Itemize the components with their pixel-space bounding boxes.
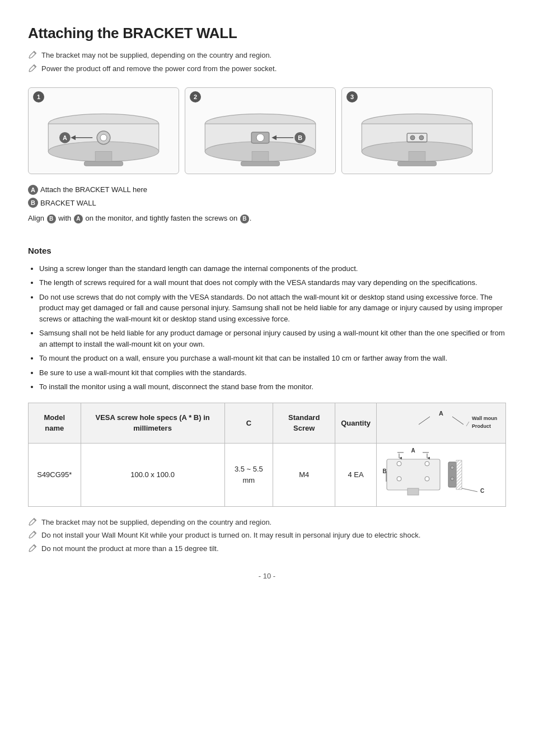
annotations: A Attach the BRACKET WALL here B BRACKET… bbox=[28, 184, 506, 208]
inline-b-1: B bbox=[47, 214, 56, 223]
svg-rect-34 bbox=[387, 459, 440, 490]
svg-line-30 bbox=[452, 417, 463, 424]
table-row-1: S49CG95* 100.0 x 100.0 3.5 ~ 5.5 mm M4 4… bbox=[29, 444, 506, 507]
align-text: Align B with A on the monitor, and tight… bbox=[28, 213, 506, 224]
note-3: Do not use screws that do not comply wit… bbox=[39, 292, 506, 325]
note-6: Be sure to use a wall-mount kit that com… bbox=[39, 367, 506, 379]
cell-qty: 4 EA bbox=[335, 444, 377, 507]
svg-point-37 bbox=[425, 461, 429, 466]
cell-screw: M4 bbox=[273, 444, 335, 507]
svg-point-39 bbox=[425, 477, 429, 481]
step-3-box: 3 bbox=[341, 87, 493, 174]
note-1: Using a screw longer than the standard l… bbox=[39, 263, 506, 274]
cell-diagram: A B C bbox=[377, 444, 506, 507]
annotation-a: A Attach the BRACKET WALL here bbox=[28, 184, 506, 195]
table-diagram-header: A Wall mount bracket Product bbox=[385, 408, 497, 436]
col-qty: Quantity bbox=[335, 403, 377, 444]
svg-point-48 bbox=[451, 466, 454, 469]
col-c: C bbox=[224, 403, 273, 444]
page-title: Attaching the BRACKET WALL bbox=[28, 22, 506, 44]
intro-bullet-2: Power the product off and remove the pow… bbox=[28, 63, 506, 74]
svg-rect-50 bbox=[456, 460, 462, 489]
svg-line-52 bbox=[462, 488, 477, 492]
notes-title: Notes bbox=[28, 245, 506, 258]
label-b-circle: B bbox=[28, 198, 38, 208]
step-2-box: 2 B bbox=[185, 87, 336, 174]
svg-line-32 bbox=[466, 422, 469, 426]
steps-row: 1 A bbox=[28, 87, 506, 174]
svg-text:A: A bbox=[63, 134, 67, 141]
intro-bullets: The bracket may not be supplied, dependi… bbox=[28, 50, 506, 74]
step-1-number: 1 bbox=[33, 91, 44, 102]
pencil-icon-f3 bbox=[28, 544, 37, 553]
step-2-diagram: B bbox=[185, 88, 335, 174]
svg-rect-24 bbox=[397, 161, 436, 166]
notes-list: Using a screw longer than the standard l… bbox=[28, 263, 506, 393]
svg-point-49 bbox=[451, 477, 454, 480]
wall-mount-diagram: A B C bbox=[382, 448, 500, 498]
svg-text:C: C bbox=[480, 488, 484, 494]
step-3-number: 3 bbox=[346, 91, 358, 102]
footer-notes: The bracket may not be supplied, dependi… bbox=[28, 517, 506, 554]
note-5: To mount the product on a wall, ensure y… bbox=[39, 353, 506, 364]
spec-table: Model name VESA screw hole specs (A * B)… bbox=[28, 403, 506, 507]
footer-bullet-3: Do not mount the product at more than a … bbox=[28, 543, 506, 554]
svg-text:B: B bbox=[298, 134, 302, 141]
pencil-icon-f2 bbox=[28, 530, 37, 539]
footer-bullet-2: Do not install your Wall Mount Kit while… bbox=[28, 530, 506, 541]
svg-text:Product: Product bbox=[472, 423, 491, 429]
col-screw: Standard Screw bbox=[273, 403, 335, 444]
svg-rect-3 bbox=[95, 152, 112, 163]
step-2-number: 2 bbox=[190, 91, 201, 102]
intro-bullet-1: The bracket may not be supplied, dependi… bbox=[28, 50, 506, 61]
note-7: To install the monitor using a wall moun… bbox=[39, 381, 506, 393]
svg-point-26 bbox=[419, 136, 424, 140]
col-vesa: VESA screw hole specs (A * B) in millime… bbox=[81, 403, 224, 444]
svg-point-25 bbox=[410, 136, 415, 140]
footer-bullet-1: The bracket may not be supplied, dependi… bbox=[28, 517, 506, 528]
step-1-box: 1 A bbox=[28, 87, 179, 174]
cell-c: 3.5 ~ 5.5 mm bbox=[224, 444, 273, 507]
pencil-icon-f1 bbox=[28, 517, 37, 526]
svg-text:A: A bbox=[439, 410, 443, 417]
cell-model: S49CG95* bbox=[29, 444, 81, 507]
annotation-b: B BRACKET WALL bbox=[28, 198, 506, 209]
svg-point-36 bbox=[397, 461, 401, 466]
page-number: - 10 - bbox=[28, 571, 506, 582]
inline-b-2: B bbox=[240, 214, 249, 223]
note-2: The length of screws required for a wall… bbox=[39, 277, 506, 288]
step-1-diagram: A bbox=[29, 88, 179, 174]
label-a-circle: A bbox=[28, 185, 38, 195]
svg-line-29 bbox=[419, 417, 430, 424]
svg-point-38 bbox=[397, 477, 401, 481]
inline-a-1: A bbox=[74, 214, 83, 223]
svg-text:Wall mount bracket: Wall mount bracket bbox=[472, 416, 497, 421]
cell-vesa: 100.0 x 100.0 bbox=[81, 444, 224, 507]
pencil-icon-1 bbox=[28, 50, 37, 59]
pencil-icon-2 bbox=[28, 64, 37, 73]
svg-text:A: A bbox=[411, 448, 415, 454]
notes-section: Notes Using a screw longer than the stan… bbox=[28, 245, 506, 393]
note-4: Samsung shall not be held liable for any… bbox=[39, 328, 506, 349]
svg-rect-14 bbox=[241, 161, 279, 166]
svg-point-16 bbox=[256, 134, 264, 142]
col-diagram: A Wall mount bracket Product bbox=[377, 403, 506, 444]
svg-rect-35 bbox=[407, 488, 419, 495]
svg-rect-4 bbox=[84, 161, 123, 166]
svg-rect-23 bbox=[409, 152, 425, 163]
step-3-diagram bbox=[342, 88, 492, 174]
col-model: Model name bbox=[29, 403, 81, 444]
svg-point-6 bbox=[100, 134, 107, 141]
svg-rect-13 bbox=[252, 152, 269, 163]
